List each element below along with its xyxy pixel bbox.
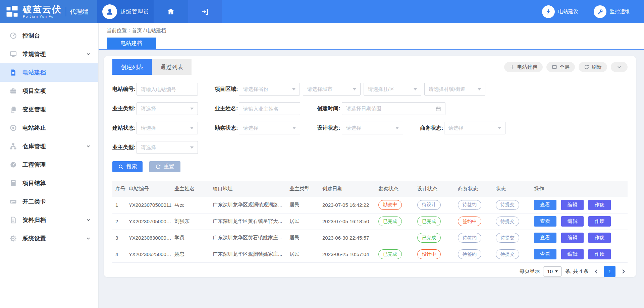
target-icon	[9, 124, 17, 132]
caret-down-icon	[190, 146, 194, 150]
sidebar-item-file-archive[interactable]: 资料归档	[0, 211, 98, 229]
logout-button[interactable]	[188, 0, 222, 23]
nav-monitor-ops[interactable]: 监控运维	[594, 5, 630, 18]
nav-station-build-label: 电站建设	[558, 8, 578, 15]
caret-down-icon	[498, 127, 501, 131]
lightning-icon	[542, 5, 555, 18]
table-row: 1 YX2023070500011 马云 广东深圳龙华区观澜镇观湖路... 居民…	[112, 197, 628, 213]
content: 创建列表 通过列表 电站建档 全屏	[99, 50, 644, 308]
void-button[interactable]: 作废	[588, 233, 611, 243]
refresh-button[interactable]: 刷新	[579, 62, 607, 72]
logo-text: 破茧云伏 Po Jian Yun Fu	[23, 5, 62, 18]
city-select[interactable]: 请选择城市	[303, 83, 361, 96]
home-button[interactable]	[154, 0, 188, 23]
calendar-icon	[435, 106, 441, 112]
business-status-select[interactable]: 请选择	[444, 122, 505, 134]
station-code-input[interactable]	[137, 83, 198, 96]
status-badge: 已完成	[378, 217, 402, 226]
status-badge: 待提交	[496, 217, 519, 226]
edit-button[interactable]: 编辑	[561, 216, 584, 227]
total-count: 条, 共 4 条	[565, 268, 589, 274]
sidebar-item-console[interactable]: 控制台	[0, 26, 98, 45]
owner-type-select[interactable]: 请选择	[137, 102, 198, 115]
owner-name-input[interactable]	[239, 102, 300, 115]
sidebar-item-project-initiation[interactable]: 项目立项	[0, 82, 98, 100]
chevron-left-icon	[593, 268, 599, 274]
status-badge: 待签约	[458, 200, 481, 210]
view-button[interactable]: 查看	[534, 216, 556, 227]
table-row: 4 YX2023062500004 姚忠 广东深圳龙华区观澜镇姚家庄... 居民…	[112, 246, 628, 262]
edit-button[interactable]: 编辑	[561, 249, 584, 259]
province-select[interactable]: 请选择省份	[239, 83, 300, 96]
reset-button[interactable]: 重置	[149, 161, 180, 172]
status-badge: 待签约	[458, 233, 481, 243]
filter-form: 电站编号: 项目区域: 请选择省份 请选择城市	[112, 83, 628, 172]
refresh-icon	[584, 64, 589, 70]
user-menu[interactable]: 超级管理员	[97, 0, 154, 23]
sidebar-item-station-archive[interactable]: 电站建档	[0, 63, 98, 82]
calculator-icon	[9, 179, 17, 187]
nav-monitor-ops-label: 监控运维	[610, 8, 630, 15]
fullscreen-button[interactable]: 全屏	[546, 62, 575, 72]
tab-create-list[interactable]: 创建列表	[112, 59, 152, 75]
survey-status-select[interactable]: 请选择	[239, 122, 300, 134]
sidebar-item-system-settings[interactable]: 系统设置	[0, 229, 98, 248]
caret-down-icon	[190, 127, 194, 131]
sidebar-item-open-card[interactable]: 开二类卡	[0, 192, 98, 211]
search-button[interactable]: 搜索	[112, 161, 143, 172]
town-select[interactable]: 请选择村镇/街道	[424, 83, 485, 96]
filter-design-status: 设计状态: 请选择	[317, 122, 403, 134]
void-button[interactable]: 作废	[588, 216, 611, 227]
logout-icon	[201, 8, 209, 16]
view-button[interactable]: 查看	[534, 233, 556, 243]
owner-type-2-select[interactable]: 请选择	[137, 141, 198, 154]
build-status-select[interactable]: 请选择	[137, 122, 198, 134]
page-number[interactable]: 1	[604, 266, 615, 277]
sitemap-icon	[9, 142, 17, 150]
dashboard-icon	[9, 32, 17, 40]
page-tab-station-archive[interactable]: 电站建档	[107, 38, 156, 49]
status-badge: 待提交	[496, 249, 519, 259]
table-header: 序号 电站编号 业主姓名 项目地址 业主类型 创建日期 勘察状态 设计状态 商务…	[112, 181, 628, 197]
toolbar: 电站建档 全屏 刷新	[504, 62, 628, 72]
caret-down-icon	[190, 108, 194, 112]
status-badge: 签约中	[458, 217, 481, 226]
status-badge: 已完成	[417, 233, 441, 243]
edit-button[interactable]: 编辑	[561, 200, 584, 210]
per-page-select[interactable]: 10	[543, 266, 562, 276]
county-select[interactable]: 请选择县/区	[364, 83, 421, 96]
sidebar-item-general-mgmt[interactable]: 常规管理	[0, 45, 98, 63]
date-range-input[interactable]: 请选择日期范围	[342, 102, 445, 115]
collapse-button[interactable]	[611, 62, 628, 72]
filter-build-status: 建站状态: 请选择	[112, 122, 198, 134]
nav-station-build[interactable]: 电站建设	[542, 5, 578, 18]
void-button[interactable]: 作废	[588, 200, 611, 210]
caret-down-icon	[478, 88, 481, 92]
main-area: 当前位置：首页 / 电站建档 电站建档 创建列表 通过列表 电站建档 全屏	[99, 23, 644, 308]
prev-page-button[interactable]	[592, 268, 601, 274]
sidebar-item-warehouse-mgmt[interactable]: 仓库管理	[0, 137, 98, 156]
plus-icon	[509, 64, 515, 70]
sidebar-item-project-settlement[interactable]: 项目结算	[0, 174, 98, 192]
view-button[interactable]: 查看	[534, 200, 556, 210]
sidebar-item-engineering-mgmt[interactable]: 工程管理	[0, 156, 98, 174]
document-icon	[9, 69, 17, 76]
sidebar-item-change-mgmt[interactable]: 变更管理	[0, 100, 98, 119]
topbar: 破茧云伏 Po Jian Yun Fu 代理端 超级管理员	[0, 0, 644, 23]
edit-button[interactable]: 编辑	[561, 233, 584, 243]
tab-passed-list[interactable]: 通过列表	[152, 59, 192, 75]
filter-region: 项目区域: 请选择省份 请选择城市 请选择县/区	[215, 83, 485, 96]
briefcase-icon	[9, 87, 17, 95]
caret-down-icon	[395, 127, 399, 131]
status-badge: 待提交	[496, 233, 519, 243]
chevron-down-icon	[616, 64, 622, 70]
view-button[interactable]: 查看	[534, 249, 556, 259]
next-page-button[interactable]	[619, 268, 628, 274]
archive-button[interactable]: 电站建档	[504, 62, 543, 72]
sidebar-item-station-terminate[interactable]: 电站终止	[0, 119, 98, 137]
design-status-select[interactable]: 请选择	[342, 122, 403, 134]
breadcrumb: 当前位置：首页 / 电站建档	[107, 27, 644, 34]
void-button[interactable]: 作废	[588, 249, 611, 259]
fullscreen-icon	[552, 64, 557, 70]
status-badge: 勘察中	[378, 200, 402, 210]
